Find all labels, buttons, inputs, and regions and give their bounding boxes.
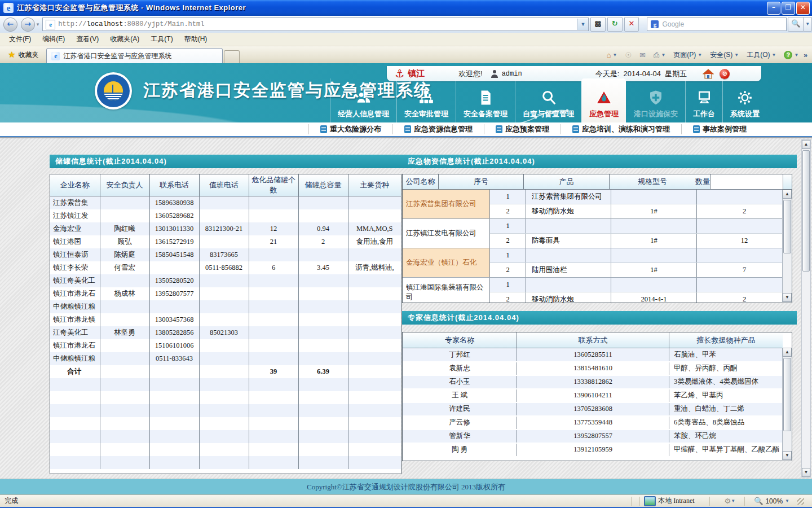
tank-table-row: 镇江市港龙石杨成林 13952807577 xyxy=(50,287,401,300)
menu-item[interactable]: 查看(V) xyxy=(70,33,104,46)
supplies-sub-row: 1 xyxy=(490,248,792,262)
compatibility-view-button[interactable]: ▩ xyxy=(590,17,606,32)
tank-table-row: 镇江港国顾弘 13615272919 212 食用油,食用 xyxy=(50,235,401,248)
menu-item[interactable]: 文件(F) xyxy=(3,33,37,46)
document-small-icon xyxy=(572,125,579,133)
supplies-sub-row: 2 陆用围油栏 1# 7 xyxy=(490,262,792,277)
scroll-down-button[interactable]: ▼ xyxy=(783,451,792,460)
nav-item[interactable]: 工作台 xyxy=(685,78,722,122)
scroll-thumb[interactable] xyxy=(783,200,791,253)
forward-button[interactable]: → xyxy=(21,17,35,32)
menu-item[interactable]: 工具(T) xyxy=(145,33,178,46)
print-button[interactable]: ⎙▼ xyxy=(651,50,668,61)
nav-item[interactable]: 应急管理 xyxy=(581,78,626,122)
page-scrollbar[interactable]: ▲ ▼ xyxy=(801,139,811,478)
experts-table-row: 袁新忠 13815481610 甲醇、异丙醇、丙酮 xyxy=(403,362,783,375)
zoom-icon[interactable]: 🔍 xyxy=(754,497,763,505)
supplies-column-header: 公司名称 xyxy=(403,174,439,189)
safety-menu-button[interactable]: 安全(S)▼ xyxy=(707,49,742,61)
menu-item[interactable]: 帮助(H) xyxy=(179,33,213,46)
help-icon: ? xyxy=(784,51,792,59)
url-text: http://localhost:8080/yjpt/Main.html xyxy=(58,20,204,28)
gear-icon xyxy=(736,89,753,106)
subnav-item[interactable]: 重大危险源分布 xyxy=(308,124,392,134)
history-chevron-icon[interactable]: ▾ xyxy=(37,21,39,27)
app-banner: 江苏省港口安全监管与应急管理系统 ⚓ 镇江 欢迎您! admin 今天是: 20… xyxy=(0,63,812,122)
welcome-label: 欢迎您! xyxy=(458,69,483,79)
subnav-item[interactable]: 事故案例管理 xyxy=(681,124,758,134)
refresh-button[interactable]: ↻ xyxy=(607,17,623,32)
subnav-item-label: 应急资源信息管理 xyxy=(414,124,473,134)
protected-mode-icon[interactable]: ⚙ xyxy=(725,497,731,505)
tank-column-header: 安全负责人 xyxy=(100,174,149,196)
search-input[interactable]: g Google xyxy=(647,17,787,31)
scroll-down-button[interactable]: ▼ xyxy=(802,468,810,477)
experts-scrollbar[interactable]: ▲ ▼ xyxy=(782,348,792,460)
minimize-button[interactable]: – xyxy=(767,2,780,15)
nav-item[interactable]: 安全审批管理 xyxy=(396,78,456,122)
new-tab-stub[interactable] xyxy=(224,50,240,63)
today-date: 今天是: 2014-04-04 星期五 xyxy=(595,69,687,79)
mail-button[interactable]: ✉ xyxy=(637,50,648,60)
logout-power-icon[interactable]: ⊘ xyxy=(720,69,730,79)
supplies-group-row: 镇江港国际集装箱有限公司 1 2 移动消防水炮 2014-4-1 2 xyxy=(403,278,792,303)
rss-icon: ☉ xyxy=(625,51,632,59)
subnav-item[interactable]: 应急预案管理 xyxy=(484,124,561,134)
scroll-up-button[interactable]: ▲ xyxy=(783,348,792,357)
stop-button[interactable]: ✕ xyxy=(624,17,639,32)
supplies-sub-row: 2 移动消防水炮 2014-4-1 2 xyxy=(490,292,792,303)
scroll-thumb[interactable] xyxy=(783,358,791,431)
tank-column-header: 储罐总容量 xyxy=(298,174,348,196)
supplies-scrollbar[interactable]: ▲ ▼ xyxy=(782,190,792,302)
close-button[interactable]: ✕ xyxy=(796,2,810,15)
tank-column-header: 企业名称 xyxy=(50,174,100,196)
nav-item[interactable]: 安全备案管理 xyxy=(456,78,515,122)
command-bar: ⌂▼ ☉ ✉ ⎙▼ 页面(P)▼ 安全(S)▼ 工具(O)▼ ?▼ » xyxy=(604,49,812,63)
nav-item[interactable]: 系统设置 xyxy=(722,78,767,122)
subnav-item[interactable]: 应急资源信息管理 xyxy=(392,124,484,134)
tank-table-row: 中储粮镇江粮 xyxy=(50,300,401,313)
home-button[interactable]: ⌂▼ xyxy=(604,50,620,60)
search-options-dropdown[interactable]: ▼ xyxy=(804,17,812,32)
supplies-column-header: 数量 xyxy=(695,174,710,189)
help-button[interactable]: ?▼ xyxy=(781,50,801,60)
scroll-up-button[interactable]: ▲ xyxy=(802,140,810,149)
tank-table-row xyxy=(50,443,401,456)
menu-item[interactable]: 编辑(E) xyxy=(37,33,70,46)
supplies-group-row: 金海宏业（镇江）石化 1 2 陆用围油栏 1# 7 xyxy=(403,248,792,278)
address-dropdown-button[interactable]: ▼ xyxy=(577,19,588,30)
status-bar: 完成 本地 Intranet ⚙ ▼ 🔍 100% ▼ xyxy=(0,494,812,508)
tank-column-header: 危化品储罐个数 xyxy=(249,174,298,196)
tools-menu-button[interactable]: 工具(O)▼ xyxy=(744,49,779,61)
supplies-sub-row: 1 xyxy=(490,219,792,233)
page-menu-button[interactable]: 页面(P)▼ xyxy=(670,49,705,61)
restore-button[interactable]: ❐ xyxy=(782,2,795,15)
favorites-button[interactable]: ★ 收藏夹 xyxy=(5,48,42,62)
supplies-group-row: 江苏索普集团有限公司 1 江苏索普集团有限公司 2 移动消防水炮 1# xyxy=(403,190,792,219)
browser-tab[interactable]: e 江苏省港口安全监管与应急管理系统 xyxy=(46,48,223,63)
scroll-down-button[interactable]: ▼ xyxy=(783,293,792,302)
tank-table-row: 镇江奇美化工 13505280520 xyxy=(50,274,401,287)
search-button[interactable]: 🔍 xyxy=(788,17,804,32)
back-button[interactable]: ← xyxy=(3,17,17,32)
document-small-icon xyxy=(404,125,411,133)
supplies-panel-title: 应急物资信息统计(截止2014.04.04) xyxy=(402,155,797,168)
scroll-up-button[interactable]: ▲ xyxy=(783,190,792,199)
experts-table-row: 严云修 13775359448 6类毒害品、8类腐蚀品 xyxy=(403,416,783,430)
nav-item[interactable]: 经营人信息管理 xyxy=(330,78,396,122)
resize-grip[interactable] xyxy=(797,498,804,505)
menu-item[interactable]: 收藏夹(A) xyxy=(104,33,145,46)
overflow-chevron-icon[interactable]: » xyxy=(804,51,807,59)
scroll-thumb[interactable] xyxy=(802,150,810,271)
tank-table-row: 合计 396.39 xyxy=(50,365,401,378)
search-placeholder: Google xyxy=(662,20,684,28)
nav-item[interactable]: 港口设施保安 xyxy=(626,78,685,122)
experts-table-row: 丁邦红 13605285511 石脑油、甲苯 xyxy=(403,348,783,362)
nav-item[interactable]: 自查与督查管理 xyxy=(515,78,581,122)
subnav-item[interactable]: 应急培训、演练和演习管理 xyxy=(561,124,681,134)
address-input[interactable]: e http://localhost:8080/yjpt/Main.html ▼ xyxy=(42,17,589,31)
home-shortcut-icon[interactable] xyxy=(703,69,714,79)
supplies-company-cell: 镇江港国际集装箱有限公司 xyxy=(403,278,490,303)
feeds-button[interactable]: ☉ xyxy=(622,50,634,60)
org-chart-icon xyxy=(418,89,435,106)
